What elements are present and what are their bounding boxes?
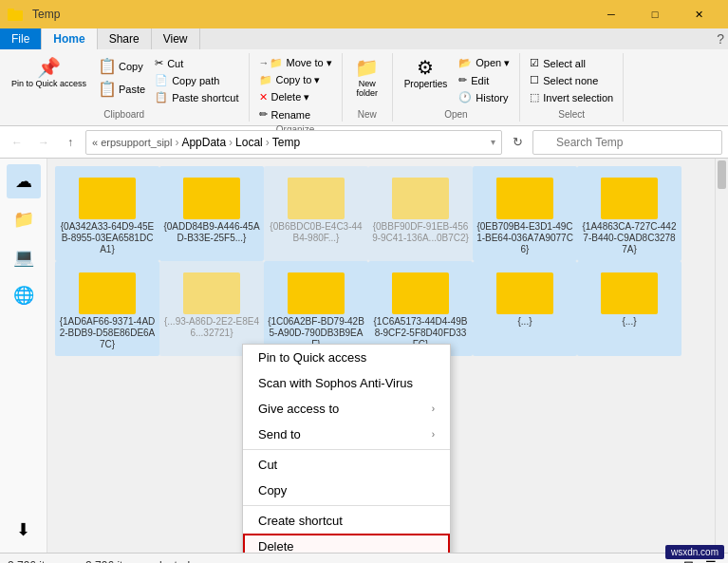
- nav-computer-icon[interactable]: 💻: [7, 240, 41, 274]
- cut-label: Cut: [167, 58, 183, 69]
- select-none-button[interactable]: ☐ Select none: [526, 72, 617, 88]
- ctx-send-to[interactable]: Send to ›: [243, 422, 450, 447]
- pin-quick-access-button[interactable]: 📌 Pin to Quick access: [6, 55, 92, 92]
- paste-button[interactable]: 📋 Paste: [94, 78, 149, 100]
- search-input[interactable]: [532, 130, 722, 155]
- file-name: {...}: [517, 316, 532, 328]
- paste-shortcut-button[interactable]: 📋 Paste shortcut: [151, 89, 242, 105]
- select-all-button[interactable]: ☑ Select all: [526, 55, 617, 71]
- pin-label: Pin to Quick access: [11, 79, 86, 89]
- close-button[interactable]: ✕: [677, 0, 720, 28]
- help-icon[interactable]: ?: [717, 31, 724, 47]
- search-wrapper: 🔍: [532, 130, 722, 155]
- invert-selection-button[interactable]: ⬚ Invert selection: [526, 89, 617, 105]
- file-name: {1AD6AF66-9371-4AD2-BDB9-D58E86DE6A7C}: [59, 316, 156, 350]
- title-bar: Temp ─ □ ✕: [0, 0, 728, 28]
- copy-path-icon: 📄: [155, 74, 168, 86]
- breadcrumb-sep1: ›: [175, 136, 178, 149]
- copy-path-label: Copy path: [172, 75, 219, 86]
- properties-button[interactable]: ⚙ Properties: [399, 55, 454, 92]
- file-name: {0ADD84B9-A446-45AD-B33E-25F5...}: [163, 221, 260, 244]
- file-name: {0B6BDC0B-E4C3-44B4-980F...}: [268, 221, 364, 244]
- up-button[interactable]: ↑: [59, 131, 82, 154]
- paste-label: Paste: [119, 84, 145, 95]
- tab-view[interactable]: View: [152, 28, 200, 49]
- scrollbar-vertical[interactable]: [715, 159, 728, 553]
- address-bar: ← → ↑ « erpsupport_sipl › AppData › Loca…: [0, 126, 728, 159]
- maximize-button[interactable]: □: [633, 0, 677, 28]
- list-item[interactable]: {1AD6AF66-9371-4AD2-BDB9-D58E86DE6A7C}: [55, 261, 159, 356]
- list-item[interactable]: {0BBF90DF-91EB-4569-9C41-136A...0B7C2}: [368, 166, 473, 261]
- organize-group: →📁 Move to ▾ 📁 Copy to ▾ ✕ Delete ▾ ✏ Re…: [250, 53, 343, 122]
- copy-button[interactable]: 📋 Copy: [94, 55, 149, 77]
- nav-network-icon[interactable]: 🌐: [7, 278, 41, 312]
- list-item[interactable]: {1A4863CA-727C-4427-B440-C9AD8C32787A}: [577, 166, 681, 261]
- ctx-pin-quick-access[interactable]: Pin to Quick access: [243, 345, 450, 370]
- history-icon: 🕐: [458, 91, 472, 103]
- tab-file[interactable]: File: [0, 28, 42, 49]
- list-item[interactable]: {0A342A33-64D9-45EB-8955-03EA6581DCA1}: [55, 166, 159, 261]
- invert-icon: ⬚: [530, 91, 539, 103]
- breadcrumb-dropdown[interactable]: ▾: [491, 137, 495, 147]
- rename-button[interactable]: ✏ Rename: [255, 106, 336, 122]
- ctx-scan-sophos[interactable]: Scan with Sophos Anti-Virus: [243, 370, 450, 396]
- list-item[interactable]: {...}: [577, 261, 681, 356]
- ctx-delete[interactable]: Delete: [243, 534, 450, 553]
- file-name: {0A342A33-64D9-45EB-8955-03EA6581DCA1}: [59, 221, 156, 255]
- list-item[interactable]: {1C06A2BF-BD79-42B5-A90D-790DB3B9EAF}: [264, 261, 368, 356]
- pin-icon: 📌: [37, 58, 61, 77]
- ctx-give-access[interactable]: Give access to ›: [243, 396, 450, 422]
- list-item[interactable]: {0B6BDC0B-E4C3-44B4-980F...}: [264, 166, 368, 261]
- back-button[interactable]: ←: [6, 131, 28, 154]
- organize-items: →📁 Move to ▾ 📁 Copy to ▾ ✕ Delete ▾ ✏ Re…: [255, 55, 336, 122]
- copy-to-button[interactable]: 📁 Copy to ▾: [255, 72, 336, 88]
- list-item[interactable]: {1C6A5173-44D4-49B8-9CF2-5F8D40FD33FC}: [368, 261, 473, 356]
- nav-cloud-icon[interactable]: ☁: [7, 164, 41, 198]
- ctx-create-shortcut-label: Create shortcut: [258, 514, 343, 528]
- ctx-sep1: [243, 449, 450, 450]
- edit-icon: ✏: [458, 74, 467, 86]
- scrollbar-thumb[interactable]: [718, 160, 726, 189]
- ctx-create-shortcut[interactable]: Create shortcut: [243, 508, 450, 534]
- tab-share[interactable]: Share: [98, 28, 152, 49]
- folder-icon: [183, 267, 240, 314]
- folder-icon: [496, 172, 553, 219]
- move-to-button[interactable]: →📁 Move to ▾: [255, 55, 336, 71]
- file-name: {...}: [622, 316, 636, 328]
- delete-ribbon-button[interactable]: ✕ Delete ▾: [255, 89, 336, 105]
- list-item[interactable]: {...}: [473, 261, 577, 356]
- clipboard-label: Clipboard: [103, 107, 144, 120]
- folder-title-icon: [8, 7, 23, 22]
- copy-to-label: Copy to ▾: [276, 74, 321, 86]
- copy-path-button[interactable]: 📄 Copy path: [151, 72, 242, 88]
- refresh-button[interactable]: ↻: [506, 131, 529, 154]
- ctx-cut-label: Cut: [258, 458, 277, 472]
- forward-button[interactable]: →: [32, 131, 55, 154]
- new-folder-button[interactable]: 📁 Newfolder: [348, 55, 386, 101]
- open-btn[interactable]: 📂 Open ▾: [455, 55, 513, 71]
- ctx-delete-label: Delete: [258, 539, 294, 553]
- breadcrumb[interactable]: « erpsupport_sipl › AppData › Local › Te…: [85, 130, 502, 155]
- list-item[interactable]: {0EB709B4-E3D1-49C1-BE64-036A7A9077C6}: [473, 166, 577, 261]
- ribbon-content: 📌 Pin to Quick access 📋 Copy 📋 Paste: [0, 49, 728, 125]
- ctx-copy[interactable]: Copy: [243, 478, 450, 503]
- ctx-cut[interactable]: Cut: [243, 452, 450, 478]
- file-name: {...93-A86D-2E2-E8E46...32721}: [163, 316, 260, 339]
- nav-bottom-icon[interactable]: ⬇: [7, 513, 41, 547]
- breadcrumb-sep2: ›: [229, 136, 233, 149]
- list-item[interactable]: {0ADD84B9-A446-45AD-B33E-25F5...}: [159, 166, 264, 261]
- minimize-button[interactable]: ─: [589, 0, 633, 28]
- edit-button[interactable]: ✏ Edit: [455, 72, 513, 88]
- open-label: Open: [444, 107, 467, 120]
- cut-button[interactable]: ✂ Cut: [151, 55, 242, 71]
- nav-folder-icon[interactable]: 📁: [7, 202, 41, 236]
- new-folder-icon: 📁: [355, 58, 379, 77]
- paste-icon: 📋: [98, 80, 117, 98]
- list-item[interactable]: {...93-A86D-2E2-E8E46...32721}: [159, 261, 264, 356]
- move-to-label: Move to ▾: [287, 57, 332, 69]
- organize-small-group: →📁 Move to ▾ 📁 Copy to ▾ ✕ Delete ▾ ✏ Re…: [255, 55, 336, 122]
- breadcrumb-appdata: AppData: [181, 136, 226, 149]
- history-button[interactable]: 🕐 History: [455, 89, 513, 105]
- select-all-icon: ☑: [530, 57, 539, 69]
- tab-home[interactable]: Home: [42, 28, 97, 49]
